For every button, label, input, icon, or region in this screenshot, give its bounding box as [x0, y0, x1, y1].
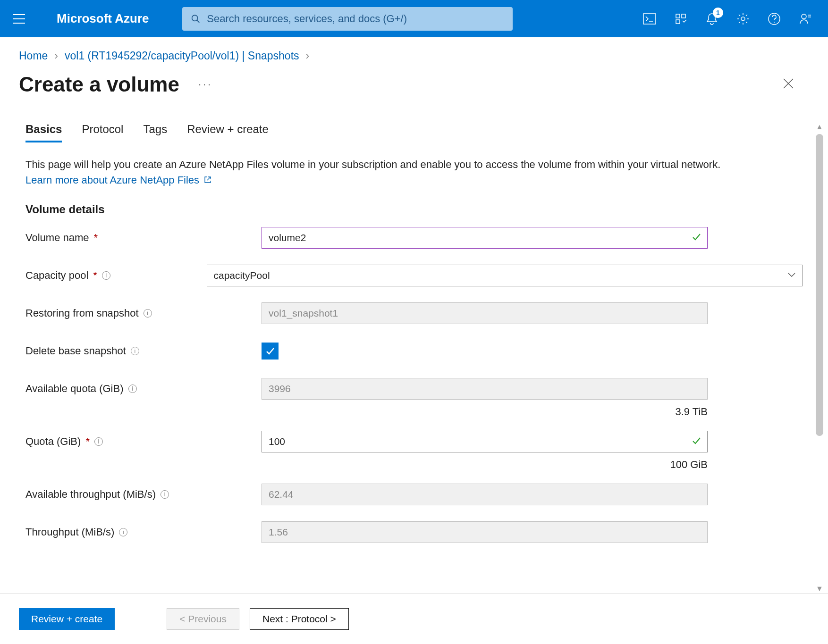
scrollbar[interactable]: ▲ ▼: [814, 123, 825, 593]
label-restoring-from-snapshot: Restoring from snapshot i: [25, 307, 262, 319]
label-delete-base-snapshot: Delete base snapshot i: [25, 345, 262, 357]
page-title: Create a volume: [19, 73, 179, 96]
info-icon[interactable]: i: [94, 437, 103, 446]
available-quota-hint: 3.9 TiB: [25, 406, 708, 418]
help-icon[interactable]: [766, 10, 783, 27]
learn-more-link[interactable]: Learn more about Azure NetApp Files: [25, 174, 211, 186]
directory-filter-icon[interactable]: [672, 10, 689, 27]
tab-review-create[interactable]: Review + create: [187, 123, 269, 142]
tab-basics[interactable]: Basics: [25, 123, 62, 142]
hamburger-menu-icon[interactable]: [9, 9, 28, 28]
scroll-down-icon[interactable]: ▼: [816, 585, 823, 593]
label-available-quota: Available quota (GiB) i: [25, 383, 262, 395]
content-scroll-area: Basics Protocol Tags Review + create Thi…: [0, 123, 828, 593]
chevron-right-icon: ›: [306, 50, 310, 62]
tab-tags[interactable]: Tags: [143, 123, 167, 142]
page-description: This page will help you create an Azure …: [25, 157, 724, 188]
quota-input[interactable]: [262, 431, 708, 452]
section-volume-details: Volume details: [25, 203, 803, 216]
svg-point-5: [802, 14, 806, 19]
capacity-pool-select[interactable]: [207, 265, 803, 286]
previous-button: < Previous: [167, 608, 239, 630]
breadcrumb-home[interactable]: Home: [19, 50, 48, 62]
description-text: This page will help you create an Azure …: [25, 159, 720, 170]
svg-point-2: [741, 17, 745, 21]
info-icon[interactable]: i: [102, 271, 110, 280]
more-actions-icon[interactable]: ···: [198, 78, 212, 91]
info-icon[interactable]: i: [128, 385, 137, 393]
throughput-input: [262, 521, 708, 543]
breadcrumb-path[interactable]: vol1 (RT1945292/capacityPool/vol1) | Sna…: [65, 50, 299, 62]
label-throughput: Throughput (MiB/s) i: [25, 526, 262, 538]
breadcrumb: Home › vol1 (RT1945292/capacityPool/vol1…: [19, 50, 809, 62]
svg-point-0: [192, 15, 197, 21]
global-search[interactable]: [182, 7, 513, 31]
quota-hint: 100 GiB: [25, 459, 708, 471]
tab-protocol[interactable]: Protocol: [82, 123, 123, 142]
footer-bar: Review + create < Previous Next : Protoc…: [0, 593, 828, 644]
available-throughput-input: [262, 484, 708, 505]
delete-base-snapshot-checkbox[interactable]: [262, 343, 279, 360]
search-icon: [191, 14, 201, 24]
label-available-throughput: Available throughput (MiB/s) i: [25, 488, 262, 501]
available-quota-input: [262, 378, 708, 400]
settings-gear-icon[interactable]: [735, 10, 752, 27]
svg-rect-1: [643, 14, 656, 24]
review-create-button[interactable]: Review + create: [19, 608, 115, 630]
notifications-icon[interactable]: 1: [703, 10, 720, 27]
feedback-icon[interactable]: [797, 10, 814, 27]
search-input[interactable]: [207, 13, 504, 25]
svg-point-4: [774, 22, 775, 23]
volume-name-input[interactable]: [262, 227, 708, 249]
restoring-from-snapshot-input: [262, 302, 708, 324]
info-icon[interactable]: i: [119, 528, 127, 536]
check-icon: [265, 346, 275, 356]
info-icon[interactable]: i: [161, 490, 169, 499]
cloud-shell-icon[interactable]: [641, 10, 658, 27]
info-icon[interactable]: i: [144, 309, 152, 318]
form-tabs: Basics Protocol Tags Review + create: [25, 123, 803, 142]
close-icon[interactable]: [782, 77, 795, 92]
external-link-icon: [204, 172, 211, 188]
brand-title: Microsoft Azure: [57, 11, 149, 26]
top-bar: Microsoft Azure 1: [0, 0, 828, 37]
chevron-right-icon: ›: [54, 50, 58, 62]
info-icon[interactable]: i: [131, 347, 139, 355]
scroll-up-icon[interactable]: ▲: [816, 123, 823, 131]
next-protocol-button[interactable]: Next : Protocol >: [250, 608, 349, 630]
label-capacity-pool: Capacity pool* i: [25, 269, 207, 282]
label-volume-name: Volume name*: [25, 232, 262, 244]
scroll-thumb[interactable]: [816, 134, 823, 436]
topbar-icons: 1: [641, 10, 819, 27]
label-quota: Quota (GiB)* i: [25, 435, 262, 448]
notification-badge: 1: [713, 8, 723, 18]
